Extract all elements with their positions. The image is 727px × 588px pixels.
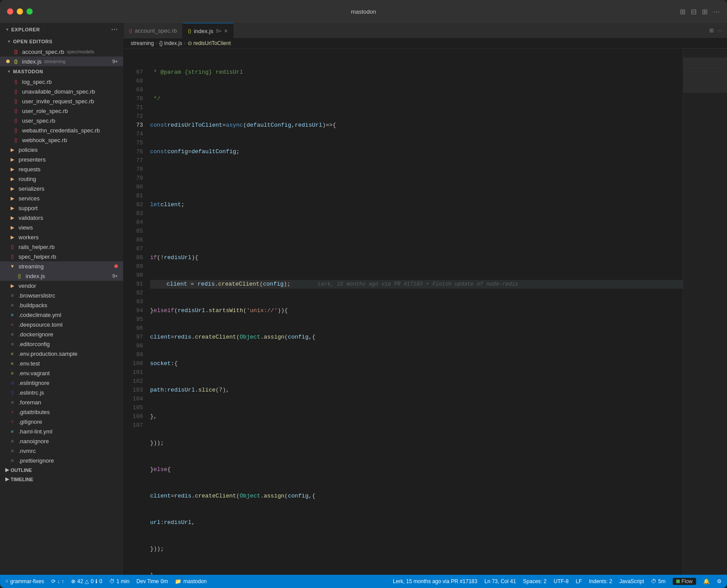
encoding-item[interactable]: UTF-8: [554, 578, 569, 584]
minimap[interactable]: [683, 49, 727, 575]
spaces-item[interactable]: Spaces: 2: [523, 578, 546, 584]
sidebar-item-unavailable[interactable]: {} unavailable_domain_spec.rb: [0, 87, 123, 96]
explorer-header[interactable]: ▼ EXPLORER ···: [0, 23, 123, 36]
explorer-more-icon[interactable]: ···: [111, 26, 118, 34]
sidebar-item-views[interactable]: ▶ views: [0, 222, 123, 232]
timeline-section[interactable]: ▶ TIMELINE: [0, 475, 123, 484]
sidebar-item-deepsource[interactable]: ≡ .deepsource.toml: [0, 320, 123, 329]
sidebar-item-streaming[interactable]: ▼ streaming: [0, 261, 123, 271]
sidebar-item-buildpacks[interactable]: ≡ .buildpacks: [0, 300, 123, 310]
split-editor-icon[interactable]: ⊞: [709, 27, 714, 34]
sidebar-item-env-vagrant[interactable]: ≡ .env.vagrant: [0, 368, 123, 378]
sidebar-item-nanoignore[interactable]: ≡ .nanoignore: [0, 436, 123, 446]
sidebar-item-haml-lint[interactable]: ≡ .haml-lint.yml: [0, 426, 123, 436]
streaming-dot: [114, 264, 118, 268]
close-button[interactable]: [7, 8, 13, 15]
sidebar-item-requests[interactable]: ▶ requests: [0, 164, 123, 174]
sidebar-item-dockerignore[interactable]: ≡ .dockerignore: [0, 329, 123, 339]
sidebar-item-user-invite[interactable]: {} user_invite_request_spec.rb: [0, 96, 123, 106]
breadcrumb-streaming[interactable]: streaming: [131, 40, 154, 46]
tab-account-spec[interactable]: {} account_spec.rb: [124, 23, 183, 38]
encoding-text: UTF-8: [554, 578, 569, 584]
sidebar-item-workers[interactable]: ▶ workers: [0, 232, 123, 242]
rb-icon: {}: [12, 88, 19, 95]
code-line: client = redis.createClient(Object.assig…: [150, 492, 683, 501]
errors-item[interactable]: ⊗ 42 △ 0 ℹ 0: [71, 578, 102, 584]
sidebar-item-env-prod[interactable]: ≡ .env.production.sample: [0, 349, 123, 358]
sidebar-item-codeclimate[interactable]: ≡ .codeclimate.yml: [0, 310, 123, 320]
timer-item[interactable]: ⏱ 5m: [651, 578, 666, 584]
sidebar-item-nvmrc[interactable]: ≡ .nvmrc: [0, 446, 123, 456]
mastodon-label: MASTODON: [13, 69, 43, 74]
sidebar-item-user-role[interactable]: {} user_role_spec.rb: [0, 106, 123, 116]
sidebar-item-prettierignore[interactable]: ≡ .prettierignore: [0, 456, 123, 465]
sidebar-item-eslintignore[interactable]: ⊘ .eslintignore: [0, 378, 123, 388]
mastodon-header[interactable]: ▼ MASTODON: [0, 66, 123, 77]
indent-item[interactable]: Indents: 2: [589, 578, 612, 584]
line-numbers: -- -- 67 68 69 70 71 72 73 74 75 76 77 7…: [124, 49, 147, 575]
more-icon[interactable]: ⋯: [713, 8, 720, 16]
time-item[interactable]: ⏱ 1 min: [109, 578, 129, 584]
titlebar: mastodon ⊞ ⊟ ⊞ ⋯: [0, 0, 727, 23]
open-editor-account-spec[interactable]: {} account_spec.rb spec/models: [0, 47, 123, 57]
tab-close-button[interactable]: ×: [224, 27, 228, 34]
tab-index-js[interactable]: {} index.js 9+ ×: [183, 23, 234, 38]
blame-item[interactable]: Lerk, 15 months ago via PR #17183: [393, 578, 477, 584]
breadcrumb-index-js[interactable]: {} index.js: [159, 40, 182, 46]
sidebar-item-user-spec[interactable]: {} user_spec.rb: [0, 116, 123, 125]
sidebar-item-gitignore[interactable]: ⑂ .gitignore: [0, 417, 123, 426]
layout-icon[interactable]: ⊟: [691, 8, 697, 16]
sidebar-item-editorconfig[interactable]: ≡ .editorconfig: [0, 339, 123, 349]
sidebar-item-support[interactable]: ▶ support: [0, 203, 123, 213]
breadcrumb-func[interactable]: ⊙ redisUrlToClient: [188, 40, 231, 46]
open-editor-index-js[interactable]: {} index.js streaming 9+: [0, 57, 123, 66]
sidebar-item-vendor[interactable]: ▶ vendor: [0, 281, 123, 290]
sidebar-item-policies[interactable]: ▶ policies: [0, 145, 123, 155]
open-editor-index-name: index.js: [22, 58, 41, 65]
sidebar-item-webauthn[interactable]: {} webauthn_credentials_spec.rb: [0, 125, 123, 135]
sidebar-item-foreman[interactable]: ≡ .foreman: [0, 397, 123, 407]
branch-item[interactable]: ⑂ grammar-fixes: [5, 578, 44, 584]
open-editors-header[interactable]: ▼ OPEN EDITORS: [0, 36, 123, 47]
folder-icon: ▶: [9, 282, 16, 289]
sidebar-item-browserslistrc[interactable]: ≡ .browserslistrc: [0, 290, 123, 300]
breadcrumb-sep1: ›: [156, 40, 158, 46]
sidebar-item-presenters[interactable]: ▶ presenters: [0, 155, 123, 164]
devtime-item[interactable]: Dev Time 0m: [136, 578, 168, 584]
sidebar-item-services[interactable]: ▶ services: [0, 193, 123, 203]
file-icon: ≡: [9, 302, 16, 309]
notification-icon[interactable]: 🔔: [703, 578, 710, 584]
sidebar-item-spec-helper[interactable]: {} spec_helper.rb: [0, 252, 123, 261]
folder-icon: ▶: [9, 204, 16, 211]
settings-icon[interactable]: ⚙: [717, 578, 722, 584]
sidebar-item-env-test[interactable]: ≡ .env.test: [0, 358, 123, 368]
sidebar-item-routing[interactable]: ▶ routing: [0, 174, 123, 184]
file-icon: ≡: [9, 292, 16, 299]
sidebar-item-log-spec[interactable]: {} log_spec.rb: [0, 77, 123, 87]
clock-icon: ⏱: [109, 578, 115, 584]
position-item[interactable]: Ln 73, Col 41: [484, 578, 516, 584]
minimize-button[interactable]: [17, 8, 23, 15]
sync-icon[interactable]: ⟳ ↓ ↑: [51, 578, 64, 584]
sidebar-toggle-icon[interactable]: ⊞: [680, 8, 686, 16]
project-item[interactable]: 📁 mastodon: [175, 578, 207, 584]
sidebar-item-gitattributes[interactable]: ⑂ .gitattributes: [0, 407, 123, 417]
outline-section[interactable]: ▶ OUTLINE: [0, 465, 123, 475]
sidebar-item-validators[interactable]: ▶ validators: [0, 213, 123, 222]
code-content[interactable]: * @param {string} redisUrl */ const redi…: [147, 49, 683, 575]
file-icon: ≡: [9, 340, 16, 347]
project-name: mastodon: [183, 578, 207, 584]
sidebar-item-eslintrc[interactable]: {} .eslintrc.js: [0, 388, 123, 397]
split-icon[interactable]: ⊞: [702, 8, 708, 16]
breadcrumb-sep2: ›: [184, 40, 186, 46]
line-ending-item[interactable]: LF: [576, 578, 582, 584]
sidebar-item-serializers[interactable]: ▶ serializers: [0, 184, 123, 193]
language-item[interactable]: JavaScript: [619, 578, 644, 584]
flow-button[interactable]: Flow: [673, 578, 696, 585]
sidebar-item-index-js[interactable]: {} index.js 9+: [0, 271, 123, 281]
sidebar-item-rails-helper[interactable]: {} rails_helper.rb: [0, 242, 123, 252]
js-tab-icon: {}: [188, 28, 191, 34]
maximize-button[interactable]: [26, 8, 33, 15]
more-tabs-icon[interactable]: ···: [717, 27, 722, 34]
sidebar-item-webhook[interactable]: {} webhook_spec.rb: [0, 135, 123, 145]
